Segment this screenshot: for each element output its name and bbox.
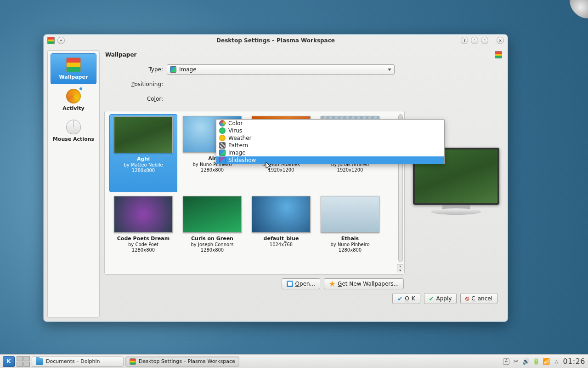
task-label: Desktop Settings – Plasma Workspace — [139, 358, 235, 364]
star-icon — [329, 281, 335, 287]
sidebar-item-label: Mouse Actions — [53, 136, 94, 142]
virus-icon — [219, 127, 226, 134]
plasma-cashew[interactable] — [570, 0, 588, 18]
type-option-pattern[interactable]: Pattern — [216, 142, 444, 149]
task-label: Documents – Dolphin — [46, 358, 100, 364]
wallpaper-resolution: 1920x1200 — [268, 167, 294, 172]
wallpaper-thumbnail — [252, 196, 311, 233]
sidebar-item-activity[interactable]: Activity — [51, 85, 96, 115]
wallpaper-thumbnail — [114, 116, 173, 153]
image-icon — [170, 66, 176, 73]
wallpaper-author: by Nuno Pinheiro — [330, 242, 369, 247]
wallpaper-name: Ethais — [341, 236, 359, 242]
sidebar-item-label: Wallpaper — [59, 74, 88, 80]
battery-icon[interactable]: 🔋 — [532, 358, 540, 365]
wallpaper-ethais[interactable]: Ethaisby Nuno Pinheiro1280x800 — [316, 194, 384, 272]
wallpaper-thumbnail — [321, 196, 379, 233]
wallpaper-curls-on-green[interactable]: Curls on Greenby Joseph Connors1280x800 — [178, 194, 246, 272]
window-app-icon — [47, 37, 55, 44]
klipper-icon[interactable]: ✂ — [512, 358, 520, 365]
wallpaper-name: default_blue — [264, 236, 299, 242]
sidebar-item-mouse-actions[interactable]: Mouse Actions — [51, 116, 96, 146]
task-dolphin[interactable]: Documents – Dolphin — [32, 356, 124, 367]
folder-icon — [36, 358, 43, 365]
wallpaper-resolution: 588x368 — [201, 247, 224, 253]
apply-button[interactable]: ✔Apply — [424, 293, 457, 304]
slideshow-icon — [219, 157, 226, 163]
get-new-wallpapers-button[interactable]: Get New Wallpapers... — [324, 278, 404, 289]
settings-sidebar: Wallpaper Activity Mouse Actions — [47, 50, 100, 318]
page-title: Wallpaper — [105, 52, 136, 58]
sidebar-item-wallpaper[interactable]: Wallpaper — [51, 53, 96, 84]
wallpaper-resolution: 588x368 — [339, 247, 362, 253]
label-color: Color: — [107, 96, 167, 102]
close-icon[interactable]: × — [497, 37, 504, 44]
type-option-weather[interactable]: Weather — [216, 134, 444, 142]
wallpaper-name: Code Poets Dream — [117, 236, 170, 242]
wallpaper-resolution: 588x368 — [201, 167, 224, 172]
weather-icon — [219, 135, 226, 141]
type-option-color[interactable]: Color — [216, 120, 444, 127]
sidebar-item-label: Activity — [62, 105, 84, 111]
image-icon — [219, 150, 226, 156]
open-button[interactable]: Open... — [282, 278, 321, 289]
wallpaper-default-blue[interactable]: default_blue1024x768 — [247, 194, 315, 272]
color-icon — [219, 120, 226, 126]
wallpaper-resolution: 1920x1200 — [337, 167, 363, 172]
wallpaper-author: by Joseph Connors — [191, 242, 234, 247]
pattern-icon — [219, 142, 226, 149]
keep-above-icon[interactable]: • — [57, 37, 65, 44]
wallpaper-name: Air — [208, 155, 216, 161]
help-icon[interactable]: ? — [461, 37, 468, 44]
type-option-virus[interactable]: Virus — [216, 127, 444, 134]
type-combobox[interactable]: Image — [167, 64, 395, 75]
wallpaper-author: by Matteo Nobile — [124, 162, 163, 167]
type-option-slideshow[interactable]: Slideshow — [216, 156, 444, 164]
spinbox[interactable]: ▴▾ — [397, 264, 403, 272]
settings-window: • Desktop Settings – Plasma Workspace ? … — [43, 34, 508, 322]
window-title: Desktop Settings – Plasma Workspace — [44, 37, 508, 44]
cancel-button[interactable]: ⦸Cancel — [460, 293, 498, 304]
wallpaper-resolution: 1024x768 — [270, 242, 293, 247]
wallpaper-code-poets-dream[interactable]: Code Poets Dreamby Code Poet1280x800 — [109, 194, 177, 272]
tray-expand-icon[interactable]: △ — [553, 358, 560, 365]
taskbar-panel: K Documents – Dolphin Desktop Settings –… — [0, 354, 588, 368]
cancel-icon: ⦸ — [465, 295, 469, 302]
minimize-icon[interactable]: ˅ — [471, 37, 478, 44]
wallpaper-resolution: 588x368 — [132, 247, 155, 253]
type-option-image[interactable]: Image — [216, 149, 444, 156]
desktop-number-badge[interactable]: 4 — [503, 358, 509, 365]
open-icon — [287, 281, 293, 287]
type-value: Image — [179, 66, 197, 73]
kickoff-launcher[interactable]: K — [3, 356, 15, 367]
wallpaper-thumbnail — [183, 196, 242, 233]
maximize-icon[interactable]: ˄ — [481, 37, 488, 44]
pager[interactable] — [17, 356, 30, 367]
network-icon[interactable]: 📶 — [543, 358, 550, 365]
label-type: Type: — [107, 66, 167, 73]
page-icon — [495, 51, 502, 58]
label-positioning: Positioning: — [107, 81, 167, 87]
check-icon: ✔ — [429, 295, 434, 302]
wallpaper-icon — [66, 58, 81, 72]
wallpaper-name: Aghi — [137, 156, 150, 162]
check-icon: ✔ — [397, 295, 402, 302]
wallpaper-icon — [130, 358, 136, 365]
wallpaper-author: by Code Poet — [128, 242, 158, 247]
wallpaper-resolution: 588x368 — [132, 168, 155, 173]
titlebar[interactable]: • Desktop Settings – Plasma Workspace ? … — [44, 34, 508, 46]
volume-icon[interactable]: 🔊 — [522, 358, 530, 365]
wallpaper-name: Curls on Green — [191, 236, 233, 242]
mouse-icon — [66, 120, 81, 134]
wallpaper-aghi[interactable]: Aghiby Matteo Nobile1280x800 — [109, 114, 177, 192]
type-dropdown-list[interactable]: ColorVirusWeatherPatternImageSlideshow — [216, 119, 445, 164]
clock[interactable]: 01:26 — [563, 357, 585, 366]
task-desktop-settings[interactable]: Desktop Settings – Plasma Workspace — [125, 356, 239, 367]
ok-button[interactable]: ✔OK — [392, 293, 420, 304]
wallpaper-thumbnail — [114, 196, 173, 233]
activity-icon — [66, 89, 81, 104]
